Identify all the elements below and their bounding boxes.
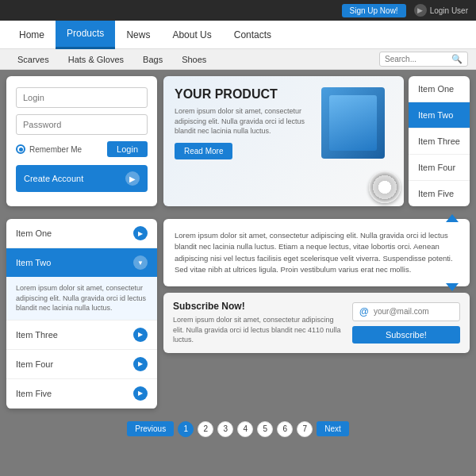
text-panel: Lorem ipsum dolor sit amet, consectetur … — [163, 219, 470, 286]
cd-disc-image — [369, 171, 401, 203]
bottom-grid: Item One ▶ Item Two ▼ Lorem ipsum dolor … — [0, 219, 476, 415]
search-icon: 🔍 — [451, 54, 463, 64]
acc-header-3: Item Three ▶ — [6, 321, 157, 349]
nav-bar: Home Products News About Us Contacts — [0, 21, 476, 49]
login-user[interactable]: ▶ Login User — [414, 4, 468, 17]
nav-home[interactable]: Home — [8, 21, 56, 49]
page-6[interactable]: 6 — [277, 421, 293, 437]
product-text: YOUR PRODUCT Lorem ipsum dolor sit amet,… — [175, 87, 313, 195]
at-icon: @ — [359, 306, 369, 317]
nav-contacts[interactable]: Contacts — [223, 21, 282, 49]
text-content: Lorem ipsum dolor sit amet, consectetur … — [175, 230, 459, 275]
product-image — [321, 87, 393, 195]
acc-header-5: Item Five ▶ — [6, 379, 157, 408]
sidebar-right-item-2[interactable]: Item Two — [409, 102, 470, 129]
remember-row: Remember Me Login — [16, 141, 148, 157]
sidebar-right: Item One Item Two Item Three Item Four I… — [409, 76, 470, 206]
product-description: Lorem ipsum dolor sit amet, consectetur … — [175, 106, 313, 136]
acc-item-1[interactable]: Item One ▶ — [6, 219, 157, 248]
subnav-hats[interactable]: Hats & Gloves — [59, 55, 133, 64]
acc-item-2[interactable]: Item Two ▼ Lorem ipsum dolor sit amet, c… — [6, 248, 157, 321]
acc-label-2: Item Two — [16, 258, 51, 267]
acc-item-4[interactable]: Item Four ▶ — [6, 350, 157, 379]
bottom-right-col: Lorem ipsum dolor sit amet, consectetur … — [163, 219, 470, 409]
play-icon-1: ▶ — [133, 226, 148, 240]
nav-about[interactable]: About Us — [161, 21, 222, 49]
acc-header-2: Item Two ▼ — [6, 248, 157, 277]
acc-item-5[interactable]: Item Five ▶ — [6, 379, 157, 409]
nav-products[interactable]: Products — [56, 21, 115, 49]
acc-label-3: Item Three — [16, 330, 58, 340]
scroll-down-icon[interactable] — [446, 283, 459, 291]
acc-label-1: Item One — [16, 228, 52, 238]
sidebar-right-item-1[interactable]: Item One — [409, 76, 470, 102]
subscribe-panel: Subscribe Now! Lorem ipsum dolor sit ame… — [163, 293, 470, 353]
subnav-bags[interactable]: Bags — [133, 55, 172, 64]
product-section: YOUR PRODUCT Lorem ipsum dolor sit amet,… — [163, 76, 470, 206]
remember-me[interactable]: Remember Me — [16, 144, 82, 154]
login-button[interactable]: Login — [107, 141, 148, 157]
sidebar-right-item-4[interactable]: Item Four — [409, 155, 470, 181]
login-panel: Remember Me Login Create Account ▶ — [6, 76, 157, 206]
prev-button[interactable]: Previous — [127, 421, 174, 436]
read-more-button[interactable]: Read More — [175, 143, 232, 159]
acc-item-3[interactable]: Item Three ▶ — [6, 321, 157, 350]
signup-button[interactable]: Sign Up Now! — [342, 4, 406, 17]
page-7[interactable]: 7 — [297, 421, 313, 437]
password-input[interactable] — [16, 114, 148, 135]
acc-label-5: Item Five — [16, 389, 52, 398]
next-button[interactable]: Next — [317, 421, 349, 436]
search-input[interactable] — [385, 55, 448, 63]
page-3[interactable]: 3 — [217, 421, 233, 437]
nav-news[interactable]: News — [115, 21, 161, 49]
product-box — [321, 87, 385, 159]
page-1[interactable]: 1 — [178, 421, 194, 437]
play-icon-3: ▶ — [133, 328, 148, 342]
login-input[interactable] — [16, 87, 148, 108]
play-icon-2: ▼ — [133, 255, 148, 270]
subscribe-description: Lorem ipsum dolor sit amet, consectetur … — [173, 315, 343, 345]
play-icon-4: ▶ — [133, 357, 148, 371]
main-content-row1: Remember Me Login Create Account ▶ YOUR … — [0, 70, 476, 219]
email-input[interactable] — [374, 307, 453, 316]
pagination: Previous 1 2 3 4 5 6 7 Next — [0, 415, 476, 440]
acc-header-1: Item One ▶ — [6, 219, 157, 248]
radio-icon — [16, 144, 25, 154]
login-user-label: Login User — [430, 6, 468, 15]
sub-nav: Scarves Hats & Gloves Bags Shoes 🔍 — [0, 49, 476, 70]
acc-body-2: Lorem ipsum dolor sit amet, consectetur … — [6, 277, 157, 320]
subscribe-form: @ Subscribe! — [352, 302, 460, 344]
acc-header-4: Item Four ▶ — [6, 350, 157, 378]
accordion-panel: Item One ▶ Item Two ▼ Lorem ipsum dolor … — [6, 219, 157, 409]
user-icon: ▶ — [414, 4, 427, 17]
create-account-label: Create Account — [24, 174, 83, 183]
create-account-button[interactable]: Create Account ▶ — [16, 165, 148, 192]
page-4[interactable]: 4 — [237, 421, 253, 437]
top-bar: Sign Up Now! ▶ Login User — [0, 0, 476, 21]
arrow-right-icon: ▶ — [125, 171, 140, 186]
radio-inner — [19, 148, 23, 152]
sidebar-right-item-3[interactable]: Item Three — [409, 129, 470, 155]
product-title: YOUR PRODUCT — [175, 87, 313, 102]
page-2[interactable]: 2 — [198, 421, 213, 437]
search-box: 🔍 — [379, 52, 468, 67]
subscribe-button[interactable]: Subscribe! — [352, 326, 460, 344]
sidebar-right-item-5[interactable]: Item Five — [409, 181, 470, 206]
subscribe-title: Subscribe Now! — [173, 301, 343, 312]
product-panel: YOUR PRODUCT Lorem ipsum dolor sit amet,… — [163, 76, 404, 206]
page-5[interactable]: 5 — [257, 421, 273, 437]
email-wrapper: @ — [352, 302, 460, 321]
subnav-scarves[interactable]: Scarves — [8, 55, 59, 64]
play-icon-5: ▶ — [133, 386, 148, 401]
subnav-shoes[interactable]: Shoes — [172, 55, 216, 64]
acc-label-4: Item Four — [16, 359, 53, 369]
remember-label: Remember Me — [29, 145, 82, 154]
subscribe-text: Subscribe Now! Lorem ipsum dolor sit ame… — [173, 301, 343, 345]
product-box-inner — [329, 95, 377, 151]
